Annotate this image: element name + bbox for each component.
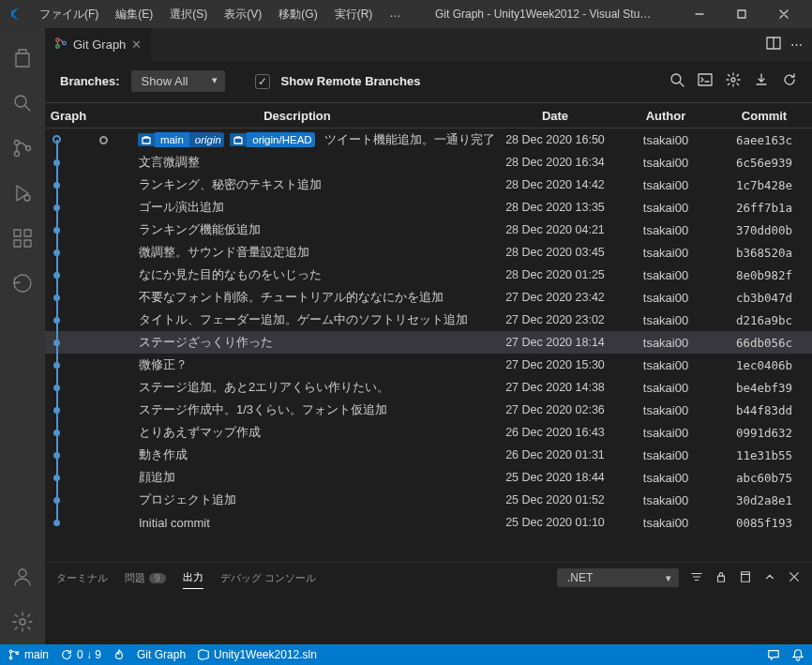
commit-row[interactable]: 微調整。サウンド音量設定追加28 Dec 2020 03:45tsakai00b… — [45, 241, 812, 264]
menu-edit[interactable]: 編集(E) — [108, 3, 160, 26]
commit-hash: 11e31b55 — [716, 448, 812, 462]
split-editor-icon[interactable] — [766, 36, 781, 53]
commit-row[interactable]: プロジェクト追加25 Dec 2020 01:52tsakai0030d2a8e… — [45, 489, 812, 511]
panel-tab-problems[interactable]: 問題9 — [125, 567, 166, 589]
graph-cell — [45, 399, 92, 421]
search-icon[interactable] — [0, 81, 45, 126]
extensions-icon[interactable] — [0, 216, 45, 261]
svg-rect-20 — [143, 138, 150, 144]
settings-gear-icon[interactable] — [0, 599, 45, 644]
branch-badge-origin-head[interactable]: origin/HEAD — [230, 132, 315, 147]
svg-rect-23 — [742, 572, 750, 582]
commit-author: tsakai00 — [615, 336, 716, 350]
history-icon[interactable] — [0, 261, 45, 306]
problems-count: 9 — [149, 573, 166, 583]
collapse-panel-icon[interactable] — [763, 570, 776, 585]
commit-row[interactable]: 不要なフォント削除。チュートリアル的ななにかを追加27 Dec 2020 23:… — [45, 286, 812, 309]
filter-icon[interactable] — [690, 570, 703, 585]
panel-tab-terminal[interactable]: ターミナル — [56, 567, 108, 589]
clear-icon[interactable] — [739, 570, 752, 585]
menu-select[interactable]: 選択(S) — [162, 3, 215, 26]
commit-row[interactable]: ゴール演出追加28 Dec 2020 13:35tsakai0026ff7b1a — [45, 196, 812, 219]
graph-cell — [45, 151, 92, 174]
branches-label: Branches: — [60, 74, 120, 88]
commit-hash: 0991d632 — [716, 426, 812, 440]
tab-close-icon[interactable]: ✕ — [131, 38, 142, 52]
graph-cell — [45, 241, 92, 264]
run-debug-icon[interactable] — [0, 171, 45, 216]
commit-row[interactable]: 文言微調整28 Dec 2020 16:34tsakai006c56e939 — [45, 151, 812, 174]
commit-author: tsakai00 — [615, 448, 716, 462]
commit-row[interactable]: ステージ追加。あと2エリアくらい作りたい。27 Dec 2020 14:38ts… — [45, 376, 812, 399]
commit-row[interactable]: なにか見た目的なものをいじった28 Dec 2020 01:25tsakai00… — [45, 264, 812, 286]
output-channel-dropdown[interactable]: .NET — [557, 568, 679, 587]
graph-cell — [45, 354, 92, 376]
close-panel-icon[interactable] — [788, 570, 801, 585]
show-remote-checkbox[interactable]: ✓ — [255, 74, 270, 89]
svg-rect-22 — [718, 576, 725, 582]
commit-author: tsakai00 — [615, 201, 716, 215]
commit-date: 25 Dec 2020 01:10 — [495, 516, 615, 529]
status-bell-icon[interactable] — [791, 648, 804, 661]
menu-go[interactable]: 移動(G) — [271, 3, 324, 26]
commit-hash: 0085f193 — [716, 516, 812, 530]
status-branch[interactable]: main — [8, 648, 49, 661]
commit-row[interactable]: mainoriginorigin/HEADツイート機能追加。一通り完了28 De… — [45, 128, 812, 151]
svg-point-17 — [671, 74, 681, 83]
commit-row[interactable]: ステージ作成中。1/3くらい。フォント仮追加27 Dec 2020 02:36t… — [45, 399, 812, 421]
status-feedback-icon[interactable] — [767, 648, 780, 661]
commit-row[interactable]: とりあえずマップ作成26 Dec 2020 16:43tsakai000991d… — [45, 421, 812, 444]
commit-author: tsakai00 — [615, 493, 716, 507]
commit-date: 27 Dec 2020 23:02 — [495, 313, 615, 326]
commit-description: 不要なフォント削除。チュートリアル的ななにかを追加 — [92, 289, 495, 306]
terminal-icon[interactable] — [698, 72, 713, 90]
fetch-icon[interactable] — [754, 72, 769, 90]
commit-row[interactable]: タイトル、フェーダー追加。ゲーム中のソフトリセット追加27 Dec 2020 2… — [45, 309, 812, 331]
status-solution[interactable]: Unity1Week2012.sln — [197, 648, 317, 661]
panel-tab-debug[interactable]: デバッグ コンソール — [220, 567, 316, 589]
status-flame-icon[interactable] — [113, 648, 126, 661]
graph-cell — [45, 309, 92, 331]
accounts-icon[interactable] — [0, 554, 45, 599]
commit-row[interactable]: 微修正？27 Dec 2020 15:30tsakai001ec0406b — [45, 354, 812, 376]
commit-date: 28 Dec 2020 04:21 — [495, 223, 615, 236]
branch-badge-main[interactable]: mainorigin — [138, 132, 224, 147]
graph-cell — [45, 466, 92, 489]
lock-icon[interactable] — [714, 570, 728, 585]
commit-row[interactable]: Initial commit25 Dec 2020 01:10tsakai000… — [45, 511, 812, 534]
status-sync[interactable]: 0 ↓ 9 — [60, 648, 101, 661]
maximize-button[interactable] — [720, 0, 762, 28]
more-actions-icon[interactable]: ⋯ — [790, 38, 803, 52]
commit-row[interactable]: 動き作成26 Dec 2020 01:31tsakai0011e31b55 — [45, 444, 812, 466]
activity-bar — [0, 28, 45, 644]
minimize-button[interactable] — [678, 0, 720, 28]
graph-cell — [45, 489, 92, 511]
refresh-icon[interactable] — [782, 72, 797, 90]
commit-row[interactable]: ランキング、秘密のテキスト追加28 Dec 2020 14:42tsakai00… — [45, 174, 812, 196]
source-control-icon[interactable] — [0, 126, 45, 171]
tab-git-graph[interactable]: Git Graph ✕ — [45, 28, 152, 61]
svg-rect-18 — [699, 74, 712, 85]
menu-file[interactable]: ファイル(F) — [32, 3, 106, 26]
search-icon[interactable] — [669, 72, 684, 90]
commit-author: tsakai00 — [615, 133, 716, 147]
commit-hash: b44f83dd — [716, 403, 812, 417]
commit-date: 27 Dec 2020 02:36 — [495, 403, 615, 416]
close-button[interactable] — [762, 0, 804, 28]
svg-point-12 — [20, 619, 25, 625]
menu-more[interactable]: … — [382, 3, 408, 26]
panel-tab-output[interactable]: 出力 — [183, 567, 203, 589]
branches-dropdown[interactable]: Show All — [131, 70, 225, 92]
status-git-graph[interactable]: Git Graph — [137, 648, 186, 661]
menu-view[interactable]: 表示(V) — [217, 3, 269, 26]
settings-icon[interactable] — [726, 72, 741, 90]
commit-description: 動き作成 — [92, 446, 495, 463]
commit-row[interactable]: 顔追加25 Dec 2020 18:44tsakai00abc60b75 — [45, 466, 812, 489]
commit-date: 27 Dec 2020 23:42 — [495, 291, 615, 304]
commit-row[interactable]: ランキング機能仮追加28 Dec 2020 04:21tsakai00370dd… — [45, 219, 812, 241]
commit-description: とりあえずマップ作成 — [92, 424, 495, 441]
menu-run[interactable]: 実行(R) — [327, 3, 381, 26]
explorer-icon[interactable] — [0, 36, 45, 81]
commit-row[interactable]: ステージざっくり作った27 Dec 2020 18:14tsakai0066db… — [45, 331, 812, 354]
commit-hash: 30d2a8e1 — [716, 493, 812, 507]
